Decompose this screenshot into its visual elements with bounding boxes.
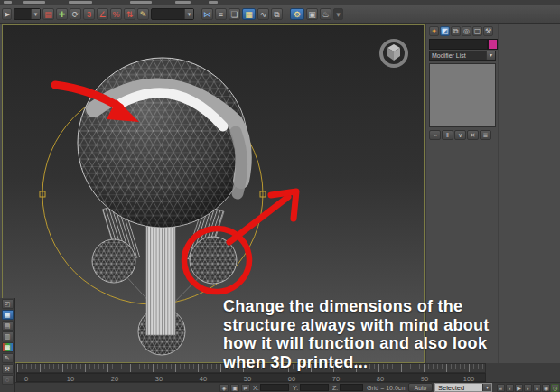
- make-unique-button[interactable]: ∨: [454, 130, 466, 140]
- grid-size-readout: Grid = 10.0cm: [367, 385, 406, 391]
- y-coord-field[interactable]: [300, 384, 329, 391]
- docked-toolbar-icon[interactable]: ▦: [2, 310, 14, 320]
- tab-display-icon[interactable]: ▢: [472, 26, 482, 36]
- previous-frame-button[interactable]: ‹: [506, 384, 514, 392]
- modifier-list-label: Modifier List: [432, 52, 466, 59]
- next-frame-button[interactable]: ›: [524, 384, 532, 392]
- modifier-list-dropdown[interactable]: Modifier List ▾: [429, 51, 496, 61]
- docked-toolbar-icon[interactable]: ⚒: [2, 364, 14, 374]
- main-toolbar: ➤ ▾ ▤ ✚ ⟳ 3 ∠ % ⇅ ✎ ▾ ⋈ ≡ ❏ ▦ ∿ ⧉ ⚙ ▣ ♨ …: [0, 5, 560, 24]
- 3ds-max-window: ➤ ▾ ▤ ✚ ⟳ 3 ∠ % ⇅ ✎ ▾ ⋈ ≡ ❏ ▦ ∿ ⧉ ⚙ ▣ ♨ …: [0, 0, 560, 392]
- modifier-stack[interactable]: [429, 63, 496, 127]
- go-to-end-button[interactable]: »: [533, 384, 541, 392]
- menu-label-fragment: [175, 1, 191, 4]
- object-name-field[interactable]: [429, 39, 488, 50]
- perspective-viewport[interactable]: Change the dimensions of the structure a…: [2, 24, 425, 363]
- render-setup-icon[interactable]: ⚙: [290, 8, 304, 20]
- spinner-snap-icon[interactable]: ⇅: [124, 8, 135, 20]
- viewcube-icon[interactable]: [381, 41, 406, 66]
- curve-editor-icon[interactable]: ∿: [257, 8, 269, 20]
- y-coord-label: Y:: [293, 385, 298, 391]
- key-filter-value: Selected: [438, 384, 464, 392]
- chevron-down-icon: ▾: [486, 51, 495, 60]
- model-small-sphere-left[interactable]: [92, 239, 135, 283]
- chevron-down-icon: ▾: [31, 9, 40, 19]
- caption-line: structure always with mind about: [223, 316, 535, 335]
- docked-toolbar-icon[interactable]: ✎: [2, 353, 14, 363]
- tab-hierarchy-icon[interactable]: ⧉: [451, 26, 461, 36]
- remove-modifier-button[interactable]: ✕: [467, 130, 479, 140]
- time-configuration-button[interactable]: ◷: [551, 384, 559, 392]
- align-icon[interactable]: ≡: [215, 8, 227, 20]
- object-color-swatch[interactable]: [488, 39, 498, 50]
- schematic-view-icon[interactable]: ⧉: [271, 8, 283, 20]
- selection-lock-icon[interactable]: ◈: [219, 384, 229, 392]
- z-coord-label: Z:: [332, 385, 338, 391]
- modifier-stack-buttons: ⌁ ‖ ∨ ✕ ≣: [429, 130, 491, 140]
- rendered-frame-window-icon[interactable]: ▣: [306, 8, 318, 20]
- model-center-column[interactable]: [146, 210, 175, 335]
- docked-toolbar-icon[interactable]: ◰: [2, 299, 14, 309]
- layer-manager-icon[interactable]: ❏: [229, 8, 240, 20]
- graphite-modeling-icon[interactable]: ▦: [242, 8, 256, 20]
- mirror-icon[interactable]: ⋈: [201, 8, 213, 20]
- tab-create-icon[interactable]: ✦: [429, 26, 439, 36]
- tab-utilities-icon[interactable]: ⚒: [483, 26, 493, 36]
- chevron-down-icon: ▾: [184, 9, 193, 19]
- play-button[interactable]: ▶: [515, 384, 523, 392]
- select-object-icon[interactable]: ➤: [2, 8, 12, 20]
- go-to-start-button[interactable]: «: [497, 384, 505, 392]
- command-panel-tabs: ✦ ◩ ⧉ ◎ ▢ ⚒: [429, 26, 493, 36]
- offset-mode-icon[interactable]: ⇄: [241, 384, 250, 392]
- named-selection-sets-dropdown[interactable]: ▾: [151, 8, 194, 20]
- docked-toolbar-icon[interactable]: ▥: [2, 331, 14, 341]
- angle-snap-icon[interactable]: ∠: [97, 8, 108, 20]
- time-slider-numbers[interactable]: 0 10 20 30 40 50 60 70 80 90 100: [16, 373, 486, 382]
- select-and-rotate-icon[interactable]: ⟳: [70, 8, 81, 20]
- key-filter-dropdown[interactable]: Selected ▾: [434, 383, 492, 392]
- snap-toggle-icon[interactable]: 3: [83, 8, 95, 20]
- menu-label-fragment: [23, 1, 45, 4]
- show-end-result-button[interactable]: ‖: [442, 130, 453, 140]
- docked-toolbar-icon[interactable]: ▩: [2, 342, 14, 352]
- caption-line: Change the dimensions of the: [223, 297, 535, 316]
- render-production-icon[interactable]: ♨: [320, 8, 331, 20]
- select-by-name-icon[interactable]: ▤: [42, 8, 54, 20]
- x-coord-label: X:: [253, 385, 259, 391]
- caption-line: how it will function and also look: [223, 334, 535, 353]
- tab-modify-icon[interactable]: ◩: [440, 26, 450, 36]
- x-coord-field[interactable]: [260, 384, 289, 391]
- annotation-caption: Change the dimensions of the structure a…: [223, 297, 535, 371]
- pin-stack-button[interactable]: ⌁: [429, 130, 441, 140]
- docked-toolbar-icon[interactable]: ◌: [2, 375, 14, 385]
- menu-label-fragment: [130, 1, 152, 4]
- menu-label-fragment: [4, 1, 12, 4]
- menu-label-fragment: [209, 1, 218, 4]
- absolute-mode-icon[interactable]: ▣: [230, 384, 239, 392]
- docked-toolbar-icon[interactable]: ▤: [2, 321, 14, 331]
- render-flyout-icon[interactable]: ▾: [333, 8, 343, 20]
- tab-motion-icon[interactable]: ◎: [462, 26, 471, 36]
- chevron-down-icon: ▾: [482, 384, 491, 391]
- select-and-move-icon[interactable]: ✚: [56, 8, 68, 20]
- status-bar: ◈ ▣ ⇄ X: Y: Z: Grid = 10.0cm Auto Key Se…: [0, 382, 560, 392]
- menu-label-fragment: [69, 1, 92, 4]
- docked-left-toolbar: ◰ ▦ ▤ ▥ ▩ ✎ ⚒ ◌: [0, 298, 15, 392]
- auto-key-button[interactable]: Auto Key: [408, 383, 433, 392]
- key-mode-button[interactable]: ◉: [542, 384, 550, 392]
- configure-modifier-sets-button[interactable]: ≣: [480, 130, 491, 140]
- z-coord-field[interactable]: [340, 384, 363, 391]
- selection-filter-dropdown[interactable]: ▾: [14, 8, 41, 20]
- percent-snap-icon[interactable]: %: [110, 8, 122, 20]
- caption-line: when 3D printed...: [223, 353, 535, 372]
- edit-named-sets-icon[interactable]: ✎: [137, 8, 149, 20]
